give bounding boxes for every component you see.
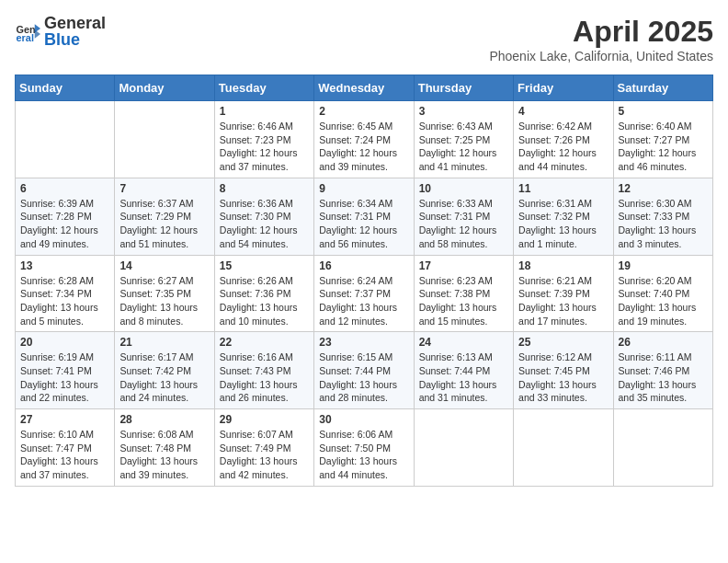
day-info: Sunrise: 6:30 AM Sunset: 7:33 PM Dayligh… <box>619 197 708 251</box>
calendar-cell: 26Sunrise: 6:11 AM Sunset: 7:46 PM Dayli… <box>613 332 712 409</box>
calendar-cell: 18Sunrise: 6:21 AM Sunset: 7:39 PM Dayli… <box>514 255 613 332</box>
day-info: Sunrise: 6:45 AM Sunset: 7:24 PM Dayligh… <box>319 120 408 174</box>
day-number: 27 <box>20 413 109 426</box>
day-number: 21 <box>119 336 209 349</box>
day-number: 30 <box>319 413 408 426</box>
day-number: 7 <box>119 182 209 195</box>
day-number: 3 <box>419 105 508 118</box>
day-number: 24 <box>419 336 508 349</box>
calendar-subtitle: Phoenix Lake, California, United States <box>489 49 713 63</box>
day-info: Sunrise: 6:31 AM Sunset: 7:32 PM Dayligh… <box>518 197 608 251</box>
logo-blue: Blue <box>44 30 80 49</box>
day-info: Sunrise: 6:17 AM Sunset: 7:42 PM Dayligh… <box>119 350 209 405</box>
day-info: Sunrise: 6:08 AM Sunset: 7:48 PM Dayligh… <box>119 428 209 482</box>
day-number: 28 <box>119 413 209 426</box>
calendar-week-row: 20Sunrise: 6:19 AM Sunset: 7:41 PM Dayli… <box>16 332 713 409</box>
calendar-cell: 20Sunrise: 6:19 AM Sunset: 7:41 PM Dayli… <box>16 332 115 409</box>
day-info: Sunrise: 6:16 AM Sunset: 7:43 PM Dayligh… <box>220 350 309 405</box>
calendar-cell <box>115 101 214 178</box>
weekday-header-friday: Friday <box>514 75 613 101</box>
calendar-cell: 16Sunrise: 6:24 AM Sunset: 7:37 PM Dayli… <box>314 255 414 332</box>
weekday-header-monday: Monday <box>115 75 214 101</box>
calendar-cell: 27Sunrise: 6:10 AM Sunset: 7:47 PM Dayli… <box>16 409 115 487</box>
calendar-cell: 14Sunrise: 6:27 AM Sunset: 7:35 PM Dayli… <box>115 255 214 332</box>
calendar-cell: 25Sunrise: 6:12 AM Sunset: 7:45 PM Dayli… <box>514 332 613 409</box>
weekday-header-row: SundayMondayTuesdayWednesdayThursdayFrid… <box>16 75 713 101</box>
day-info: Sunrise: 6:33 AM Sunset: 7:31 PM Dayligh… <box>419 197 508 251</box>
day-number: 15 <box>220 259 309 272</box>
calendar-cell <box>613 409 712 487</box>
calendar-cell: 10Sunrise: 6:33 AM Sunset: 7:31 PM Dayli… <box>414 178 513 255</box>
day-info: Sunrise: 6:37 AM Sunset: 7:29 PM Dayligh… <box>119 197 209 251</box>
day-number: 29 <box>220 413 309 426</box>
calendar-cell: 21Sunrise: 6:17 AM Sunset: 7:42 PM Dayli… <box>115 332 214 409</box>
calendar-cell: 5Sunrise: 6:40 AM Sunset: 7:27 PM Daylig… <box>613 101 712 178</box>
day-number: 14 <box>119 259 209 272</box>
calendar-cell <box>414 409 513 487</box>
calendar-cell: 12Sunrise: 6:30 AM Sunset: 7:33 PM Dayli… <box>613 178 712 255</box>
day-number: 10 <box>419 182 508 195</box>
page-header: Gen eral General Blue April 2025 Phoenix… <box>15 15 713 63</box>
weekday-header-saturday: Saturday <box>613 75 712 101</box>
day-number: 4 <box>518 105 608 118</box>
day-number: 12 <box>619 182 708 195</box>
calendar-table: SundayMondayTuesdayWednesdayThursdayFrid… <box>15 75 713 487</box>
day-number: 25 <box>518 336 608 349</box>
calendar-week-row: 6Sunrise: 6:39 AM Sunset: 7:28 PM Daylig… <box>16 178 713 255</box>
day-number: 6 <box>20 182 109 195</box>
calendar-cell: 8Sunrise: 6:36 AM Sunset: 7:30 PM Daylig… <box>214 178 313 255</box>
day-info: Sunrise: 6:20 AM Sunset: 7:40 PM Dayligh… <box>619 274 708 328</box>
day-number: 8 <box>220 182 309 195</box>
day-info: Sunrise: 6:10 AM Sunset: 7:47 PM Dayligh… <box>20 428 109 482</box>
day-info: Sunrise: 6:39 AM Sunset: 7:28 PM Dayligh… <box>20 197 109 251</box>
svg-text:eral: eral <box>17 32 34 43</box>
day-number: 22 <box>220 336 309 349</box>
calendar-cell: 28Sunrise: 6:08 AM Sunset: 7:48 PM Dayli… <box>115 409 214 487</box>
day-info: Sunrise: 6:21 AM Sunset: 7:39 PM Dayligh… <box>518 274 608 328</box>
day-number: 1 <box>220 105 309 118</box>
day-number: 26 <box>619 336 708 349</box>
calendar-cell: 13Sunrise: 6:28 AM Sunset: 7:34 PM Dayli… <box>16 255 115 332</box>
calendar-cell: 3Sunrise: 6:43 AM Sunset: 7:25 PM Daylig… <box>414 101 513 178</box>
calendar-cell: 15Sunrise: 6:26 AM Sunset: 7:36 PM Dayli… <box>214 255 313 332</box>
day-info: Sunrise: 6:26 AM Sunset: 7:36 PM Dayligh… <box>220 274 309 328</box>
day-number: 19 <box>619 259 708 272</box>
logo-icon: Gen eral <box>15 18 40 44</box>
calendar-week-row: 1Sunrise: 6:46 AM Sunset: 7:23 PM Daylig… <box>16 101 713 178</box>
day-info: Sunrise: 6:12 AM Sunset: 7:45 PM Dayligh… <box>518 350 608 405</box>
weekday-header-tuesday: Tuesday <box>214 75 313 101</box>
calendar-cell: 1Sunrise: 6:46 AM Sunset: 7:23 PM Daylig… <box>214 101 313 178</box>
calendar-cell: 19Sunrise: 6:20 AM Sunset: 7:40 PM Dayli… <box>613 255 712 332</box>
day-info: Sunrise: 6:24 AM Sunset: 7:37 PM Dayligh… <box>319 274 408 328</box>
logo-text-group: General Blue <box>44 15 106 48</box>
day-info: Sunrise: 6:42 AM Sunset: 7:26 PM Dayligh… <box>518 120 608 174</box>
calendar-week-row: 27Sunrise: 6:10 AM Sunset: 7:47 PM Dayli… <box>16 409 713 487</box>
logo: Gen eral General Blue <box>15 15 106 48</box>
calendar-cell: 24Sunrise: 6:13 AM Sunset: 7:44 PM Dayli… <box>414 332 513 409</box>
calendar-cell <box>16 101 115 178</box>
day-info: Sunrise: 6:06 AM Sunset: 7:50 PM Dayligh… <box>319 428 408 482</box>
calendar-cell: 7Sunrise: 6:37 AM Sunset: 7:29 PM Daylig… <box>115 178 214 255</box>
day-number: 9 <box>319 182 408 195</box>
calendar-cell <box>514 409 613 487</box>
weekday-header-sunday: Sunday <box>16 75 115 101</box>
weekday-header-thursday: Thursday <box>414 75 513 101</box>
calendar-cell: 11Sunrise: 6:31 AM Sunset: 7:32 PM Dayli… <box>514 178 613 255</box>
day-info: Sunrise: 6:46 AM Sunset: 7:23 PM Dayligh… <box>220 120 309 174</box>
logo-general: General <box>44 14 106 32</box>
calendar-cell: 30Sunrise: 6:06 AM Sunset: 7:50 PM Dayli… <box>314 409 414 487</box>
calendar-cell: 6Sunrise: 6:39 AM Sunset: 7:28 PM Daylig… <box>16 178 115 255</box>
day-info: Sunrise: 6:34 AM Sunset: 7:31 PM Dayligh… <box>319 197 408 251</box>
day-number: 5 <box>619 105 708 118</box>
calendar-cell: 4Sunrise: 6:42 AM Sunset: 7:26 PM Daylig… <box>514 101 613 178</box>
day-info: Sunrise: 6:36 AM Sunset: 7:30 PM Dayligh… <box>220 197 309 251</box>
day-number: 20 <box>20 336 109 349</box>
day-info: Sunrise: 6:28 AM Sunset: 7:34 PM Dayligh… <box>20 274 109 328</box>
day-number: 2 <box>319 105 408 118</box>
day-number: 16 <box>319 259 408 272</box>
calendar-cell: 9Sunrise: 6:34 AM Sunset: 7:31 PM Daylig… <box>314 178 414 255</box>
calendar-title: April 2025 <box>489 15 713 49</box>
day-info: Sunrise: 6:11 AM Sunset: 7:46 PM Dayligh… <box>619 350 708 405</box>
calendar-cell: 23Sunrise: 6:15 AM Sunset: 7:44 PM Dayli… <box>314 332 414 409</box>
day-info: Sunrise: 6:15 AM Sunset: 7:44 PM Dayligh… <box>319 350 408 405</box>
